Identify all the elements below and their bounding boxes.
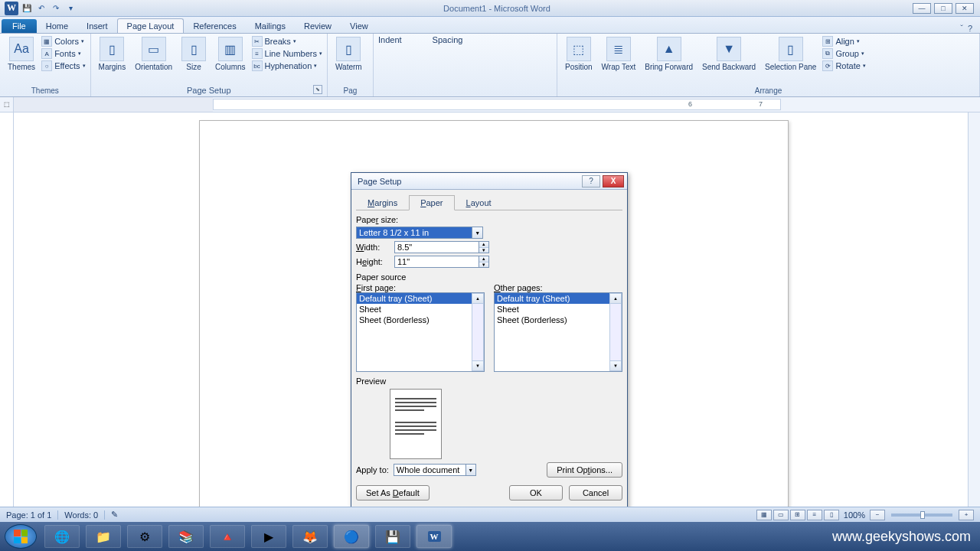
- task-word[interactable]: W: [416, 525, 452, 548]
- colors-button[interactable]: ▦Colors▾: [41, 35, 85, 47]
- redo-icon[interactable]: ↷: [50, 2, 62, 15]
- tab-references[interactable]: References: [184, 19, 245, 33]
- task-firefox[interactable]: 🦊: [292, 525, 328, 548]
- view-outline[interactable]: ≡: [807, 510, 822, 520]
- paper-size-combo[interactable]: ▼: [356, 227, 483, 239]
- list-item[interactable]: Sheet: [357, 304, 484, 315]
- set-default-button[interactable]: Set As Default: [356, 485, 430, 500]
- fonts-button[interactable]: AFonts▾: [41, 47, 85, 60]
- task-app1[interactable]: ⚙: [127, 525, 162, 548]
- margins-button[interactable]: ▯Margins: [96, 35, 129, 73]
- align-button[interactable]: ⊞Align▾: [822, 35, 865, 47]
- width-spinner[interactable]: ▲▼: [394, 241, 489, 253]
- list-item[interactable]: Sheet: [495, 304, 622, 315]
- app-icon[interactable]: W: [5, 2, 18, 15]
- help-icon[interactable]: ?: [968, 24, 972, 33]
- height-input[interactable]: [395, 256, 479, 267]
- tab-page-layout[interactable]: Page Layout: [117, 18, 185, 33]
- zoom-slider[interactable]: [891, 514, 952, 517]
- zoom-in-button[interactable]: +: [959, 510, 974, 520]
- list-item[interactable]: Sheet (Borderless): [357, 315, 484, 325]
- zoom-out-button[interactable]: −: [870, 510, 885, 520]
- cancel-button[interactable]: Cancel: [569, 485, 622, 500]
- size-button[interactable]: ▯Size: [178, 35, 209, 73]
- task-chrome[interactable]: 🔵: [334, 525, 369, 548]
- dialog-close-button[interactable]: X: [603, 175, 624, 187]
- paper-size-input[interactable]: [357, 227, 472, 238]
- other-pages-listbox[interactable]: Default tray (Sheet) Sheet Sheet (Border…: [494, 292, 622, 372]
- ruler-toggle[interactable]: ⬚: [0, 97, 14, 112]
- view-draft[interactable]: ▯: [824, 510, 839, 520]
- listbox-scrollbar[interactable]: ▲▼: [472, 293, 484, 371]
- list-item[interactable]: Sheet (Borderless): [495, 315, 622, 325]
- watermark-button[interactable]: ▯Waterm: [332, 35, 365, 73]
- start-button[interactable]: [5, 524, 37, 549]
- undo-icon[interactable]: ↶: [35, 2, 47, 15]
- width-input[interactable]: [395, 242, 479, 253]
- status-words[interactable]: Words: 0: [64, 510, 98, 520]
- task-ie[interactable]: 🌐: [44, 525, 80, 548]
- status-page[interactable]: Page: 1 of 1: [6, 510, 51, 520]
- effects-button[interactable]: ○Effects▾: [41, 60, 85, 72]
- send-backward-button[interactable]: ▼Send Backward: [699, 35, 759, 73]
- tab-insert[interactable]: Insert: [77, 19, 117, 33]
- paper-size-dropdown-icon[interactable]: ▼: [472, 227, 482, 238]
- apply-to-combo[interactable]: ▼: [394, 464, 476, 476]
- maximize-button[interactable]: □: [934, 3, 952, 14]
- task-vlc[interactable]: 🔺: [210, 525, 245, 548]
- selection-pane-button[interactable]: ▯Selection Pane: [762, 35, 819, 73]
- width-up[interactable]: ▲: [479, 242, 488, 248]
- proofing-icon[interactable]: ✎: [111, 510, 118, 520]
- dialog-help-button[interactable]: ?: [582, 175, 600, 187]
- ok-button[interactable]: OK: [509, 485, 563, 500]
- tab-layout[interactable]: Layout: [455, 195, 503, 210]
- list-item[interactable]: Default tray (Sheet): [357, 293, 484, 304]
- view-full-screen[interactable]: ▭: [773, 510, 789, 520]
- apply-to-dropdown-icon[interactable]: ▼: [466, 465, 475, 475]
- themes-button[interactable]: Aa Themes: [5, 35, 38, 73]
- page-setup-launcher[interactable]: ⬊: [313, 85, 322, 94]
- height-down[interactable]: ▼: [479, 262, 488, 268]
- ruler-vertical[interactable]: [0, 112, 14, 512]
- bring-forward-button[interactable]: ▲Bring Forward: [642, 35, 696, 73]
- hyphenation-button[interactable]: bcHyphenation▾: [252, 60, 322, 72]
- file-tab[interactable]: File: [2, 19, 37, 33]
- width-down[interactable]: ▼: [479, 248, 488, 253]
- list-item[interactable]: Default tray (Sheet): [495, 293, 622, 304]
- ribbon-minimize-icon[interactable]: ˇ: [960, 24, 963, 33]
- scrollbar-vertical[interactable]: [968, 112, 980, 512]
- task-app3[interactable]: 💾: [375, 525, 410, 548]
- tab-paper[interactable]: Paper: [409, 195, 454, 210]
- view-print-layout[interactable]: ▦: [756, 510, 772, 520]
- height-spinner[interactable]: ▲▼: [394, 256, 489, 268]
- print-options-button[interactable]: Print Options...: [547, 462, 622, 478]
- ruler-horizontal[interactable]: ⬚ 6 7: [0, 97, 980, 112]
- qat-dropdown-icon[interactable]: ▾: [64, 2, 77, 15]
- tab-home[interactable]: Home: [37, 19, 77, 33]
- minimize-button[interactable]: —: [913, 3, 931, 14]
- position-button[interactable]: ⬚Position: [562, 35, 596, 73]
- columns-button[interactable]: ▥Columns: [212, 35, 248, 73]
- wrap-text-button[interactable]: ≣Wrap Text: [599, 35, 639, 73]
- listbox-scrollbar[interactable]: ▲▼: [609, 293, 622, 371]
- task-app2[interactable]: 📚: [168, 525, 204, 548]
- task-media[interactable]: ▶: [251, 525, 286, 548]
- save-icon[interactable]: 💾: [21, 2, 33, 15]
- line-numbers-button[interactable]: ≡Line Numbers▾: [252, 47, 322, 60]
- group-button[interactable]: ⧉Group▾: [822, 47, 865, 60]
- zoom-level[interactable]: 100%: [844, 510, 865, 520]
- tab-review[interactable]: Review: [295, 19, 341, 33]
- task-explorer[interactable]: 📁: [86, 525, 121, 548]
- close-button[interactable]: ✕: [956, 3, 974, 14]
- tab-view[interactable]: View: [341, 19, 377, 33]
- breaks-button[interactable]: ✂Breaks▾: [252, 35, 322, 47]
- apply-to-input[interactable]: [394, 465, 466, 475]
- height-up[interactable]: ▲: [479, 256, 488, 262]
- tab-margins[interactable]: Margins: [356, 195, 409, 210]
- rotate-button[interactable]: ⟳Rotate▾: [822, 60, 865, 72]
- first-page-listbox[interactable]: Default tray (Sheet) Sheet Sheet (Border…: [356, 292, 485, 372]
- orientation-button[interactable]: ▭Orientation: [132, 35, 175, 73]
- tab-mailings[interactable]: Mailings: [246, 19, 295, 33]
- view-web[interactable]: ⊞: [790, 510, 805, 520]
- dialog-titlebar[interactable]: Page Setup ? X: [351, 173, 627, 190]
